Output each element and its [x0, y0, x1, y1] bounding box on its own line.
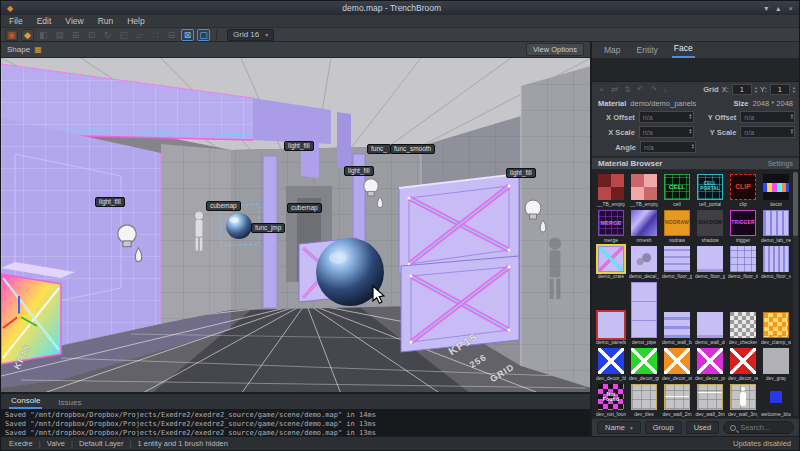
uv-grid-y-input[interactable]: 1	[770, 84, 790, 95]
texture-tile-demo_floor_grate[interactable]: demo_floor_grate	[663, 246, 691, 279]
tab-entity[interactable]: Entity	[635, 45, 660, 58]
texture-tile-demo_floor_tiles[interactable]: demo_floor_tiles	[729, 246, 757, 279]
spinner-icon[interactable]: ▴▾	[689, 128, 691, 134]
vertex-tool-icon[interactable]: ▤	[53, 29, 66, 41]
uv-fit-icon[interactable]: ∟	[661, 84, 672, 95]
texture-tile-trigger[interactable]: TRIGGERtrigger	[729, 210, 757, 243]
texture-tile-demo_crate[interactable]: demo_crate	[597, 246, 625, 279]
x-scale-input[interactable]: n/a ▴▾	[639, 126, 694, 138]
rotate-tool-icon[interactable]: ↻	[101, 29, 114, 41]
texture-tile-dev_wall_2m[interactable]: dev_wall_2m	[663, 384, 691, 417]
texture-tile-__TB_empty[interactable]: __TB_empty	[630, 174, 658, 207]
texture-tile-dev_decor_red[interactable]: dev_decor_red	[729, 348, 757, 381]
viewport-3d[interactable]: light_fillcubemapcubemapfunc_jmplight_fi…	[1, 58, 590, 392]
texture-tile-dev_decor_purple[interactable]: dev_decor_purple	[696, 348, 724, 381]
texture-tile-demo_decal_lab[interactable]: demo_decal_lab	[630, 246, 658, 279]
edge-tool-icon[interactable]: ⊞	[69, 29, 82, 41]
uv-flip-v-icon[interactable]: ⇅	[622, 84, 633, 95]
group-toggle-button[interactable]: Group	[645, 421, 682, 434]
search-input[interactable]	[740, 423, 787, 432]
texture-label: dev_clamp_white	[761, 339, 791, 345]
angle-input[interactable]: n/a ▴▾	[640, 141, 696, 153]
spinner-icon[interactable]: ▴▾	[755, 86, 757, 92]
texture-tile-nmesh[interactable]: nmesh	[630, 210, 658, 243]
texture-tile-dev_decor_green[interactable]: dev_decor_green	[630, 348, 658, 381]
uv-grid-x-input[interactable]: 1	[732, 84, 752, 95]
texture-thumbnail	[664, 246, 690, 272]
grid-size-dropdown[interactable]: Grid 16 ▾	[227, 29, 274, 41]
maximize-button-icon[interactable]: ▴	[776, 4, 780, 13]
texture-tile-dev_tiles[interactable]: dev_tiles	[630, 384, 658, 417]
texture-tile-dev_checker[interactable]: dev_checker	[729, 312, 757, 345]
tab-face[interactable]: Face	[672, 43, 695, 58]
sort-dropdown[interactable]: Name ▾	[597, 421, 641, 434]
spinner-icon[interactable]: ▴▾	[692, 143, 694, 149]
spinner-icon[interactable]: ▴▾	[689, 113, 691, 119]
tab-console[interactable]: Console	[9, 396, 42, 409]
y-scale-input[interactable]: n/a ▴▾	[740, 126, 795, 138]
minimize-button-icon[interactable]: ▾	[764, 4, 768, 13]
texture-tile-demo_panels[interactable]: demo_panels	[597, 312, 625, 345]
view-options-button[interactable]: View Options	[526, 43, 584, 56]
texture-tile-cell[interactable]: CELLcell	[663, 174, 691, 207]
texture-tile-clip[interactable]: CLIPclip	[729, 174, 757, 207]
face-tool-icon[interactable]: ⊡	[85, 29, 98, 41]
tab-map[interactable]: Map	[602, 45, 623, 58]
menu-edit[interactable]: Edit	[37, 16, 52, 26]
texture-tile-demo_pipe[interactable]: demo_pipe	[630, 282, 658, 345]
spinner-icon[interactable]: ▴▾	[791, 113, 793, 119]
texture-tile-dev_decor_orange[interactable]: dev_decor_orange	[663, 348, 691, 381]
close-button-icon[interactable]: ×	[788, 4, 793, 13]
texture-tile-demo_wall_bands[interactable]: demo_wall_bands	[663, 312, 691, 345]
scrollbar-thumb[interactable]	[793, 172, 798, 236]
clip-tool-icon[interactable]: ◧	[37, 29, 50, 41]
brush-tool-icon[interactable]: ◆	[21, 29, 34, 41]
shear-tool-icon[interactable]: ▱	[133, 29, 146, 41]
texture-tile-dev_wall_3m_human[interactable]: dev_wall_3m_human	[729, 384, 757, 417]
texture-tile-dev_clamp_white[interactable]: dev_clamp_white	[762, 312, 790, 345]
texture-tile-dev_gray[interactable]: dev_gray	[762, 348, 790, 381]
y-offset-input[interactable]: n/a ▴▾	[740, 111, 795, 123]
uv-flip-h-icon[interactable]: ⇄	[609, 84, 620, 95]
texture-tile-cell_portal[interactable]: CELL PORTALcell_portal	[696, 174, 724, 207]
menu-view[interactable]: View	[65, 16, 83, 26]
menu-help[interactable]: Help	[127, 16, 144, 26]
texture-tile-welcome_blue_300[interactable]: welcome_blue_300	[762, 384, 790, 417]
uv-lock-toggle-icon[interactable]: ▢	[197, 29, 210, 41]
texture-tile-decor[interactable]: decor	[762, 174, 790, 207]
texture-tile-merge[interactable]: MERGEmerge	[597, 210, 625, 243]
scale-tool-icon[interactable]: ◰	[117, 29, 130, 41]
default-tool-icon[interactable]: ▣	[5, 29, 18, 41]
shape-tool-label[interactable]: Shape	[7, 45, 30, 54]
menu-file[interactable]: File	[9, 16, 23, 26]
texture-tile-demo_floor_grass_trans[interactable]: demo_floor_grass_trans	[696, 246, 724, 279]
tab-issues[interactable]: Issues	[56, 398, 83, 409]
texture-tile-demo_floor_vent[interactable]: demo_floor_vent	[762, 246, 790, 279]
menu-run[interactable]: Run	[98, 16, 114, 26]
texture-tile-shadow[interactable]: SHADOWshadow	[696, 210, 724, 243]
scrollbar[interactable]	[793, 172, 798, 416]
texture-tile-demo_lab_net[interactable]: demo_lab_net	[762, 210, 790, 243]
texture-tile-dev_wall_3m[interactable]: dev_wall_3m	[696, 384, 724, 417]
uv-rotate-cw-icon[interactable]: ↷	[648, 84, 659, 95]
texture-lock-toggle-icon[interactable]: ⊠	[181, 29, 194, 41]
spinner-icon[interactable]: ▴▾	[793, 86, 795, 92]
texture-tile-demo_wall_dev_panel[interactable]: demo_wall_dev_panel	[696, 312, 724, 345]
csg-convex-tool-icon[interactable]: ∷	[149, 29, 162, 41]
used-toggle-button[interactable]: Used	[686, 421, 720, 434]
x-offset-input[interactable]: n/a ▴▾	[639, 111, 694, 123]
csg-subtract-tool-icon[interactable]: ⊟	[165, 29, 178, 41]
texture-label: demo_floor_grate	[662, 273, 692, 279]
texture-tile-nodraw[interactable]: NODRAWnodraw	[663, 210, 691, 243]
texture-tile-__TB_empty[interactable]: __TB_empty	[597, 174, 625, 207]
uv-rotate-ccw-icon[interactable]: ↶	[635, 84, 646, 95]
texture-label: demo_crate	[598, 273, 624, 279]
uv-reset-icon[interactable]: ×	[596, 84, 607, 95]
3d-scene-canvas[interactable]	[1, 58, 590, 392]
texture-label: trigger	[736, 237, 750, 243]
texture-tile-dev_not_found[interactable]: Not Founddev_not_found	[597, 384, 625, 417]
texture-tile-dev_decor_blue[interactable]: dev_decor_blue	[597, 348, 625, 381]
trenchbroom-window: ◆ demo.map - TrenchBroom ▾ ▴ × File Edit…	[0, 0, 800, 451]
material-browser-settings-link[interactable]: Settings	[768, 160, 793, 167]
spinner-icon[interactable]: ▴▾	[791, 128, 793, 134]
